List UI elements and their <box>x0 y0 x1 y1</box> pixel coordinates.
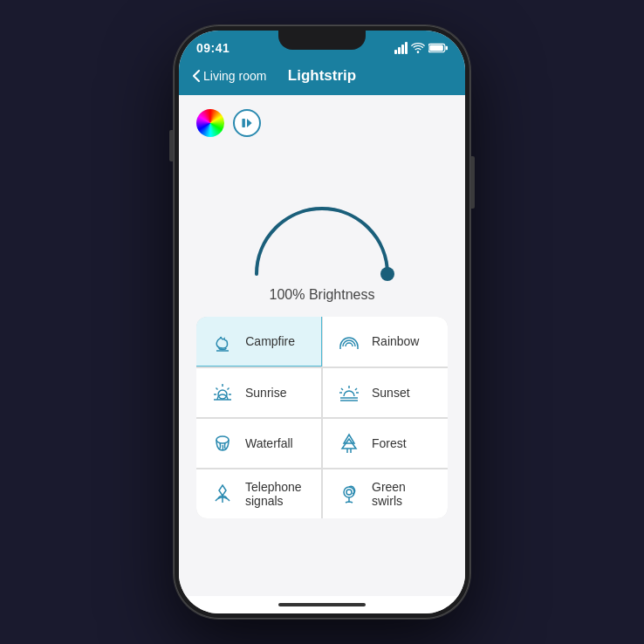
svg-point-5 <box>380 267 394 281</box>
scene-waterfall[interactable]: Waterfall <box>196 419 321 468</box>
top-controls <box>196 109 448 137</box>
signal-bar-4 <box>405 42 408 54</box>
scene-rainbow-label: Rainbow <box>372 334 419 348</box>
color-picker-button[interactable] <box>196 109 224 137</box>
scene-sunrise[interactable]: Sunrise <box>196 368 321 417</box>
svg-point-15 <box>216 436 229 443</box>
signal-bars-icon <box>394 42 408 54</box>
scene-green-swirls[interactable]: Green swirls <box>323 469 448 518</box>
svg-rect-3 <box>242 119 245 127</box>
scene-sunrise-label: Sunrise <box>245 386 286 400</box>
battery-icon <box>428 43 448 53</box>
signal-bar-1 <box>394 50 397 54</box>
dial-svg <box>239 147 405 287</box>
telephone-signals-icon <box>209 480 236 508</box>
home-bar <box>179 596 465 613</box>
green-swirls-icon <box>335 480 363 508</box>
play-pause-button[interactable] <box>233 109 261 137</box>
sunrise-icon <box>209 379 236 407</box>
brightness-label: 100% Brightness <box>270 287 375 303</box>
scene-grid: Campfire Rainbow <box>196 317 448 518</box>
back-chevron-icon <box>193 70 200 82</box>
home-indicator <box>278 603 366 606</box>
nav-title: Lightstrip <box>288 67 356 85</box>
status-icons <box>394 42 448 54</box>
wifi-icon <box>411 43 425 53</box>
scene-forest-label: Forest <box>372 436 407 450</box>
scene-sunset-label: Sunset <box>372 386 410 400</box>
svg-marker-4 <box>247 119 252 127</box>
svg-point-23 <box>346 490 352 495</box>
nav-bar: Living room Lightstrip <box>179 60 465 95</box>
main-content: 100% Brightness Campfire <box>179 95 465 596</box>
svg-rect-1 <box>446 46 448 51</box>
play-pause-icon <box>241 117 253 129</box>
signal-bar-3 <box>401 45 404 54</box>
status-time: 09:41 <box>196 41 230 55</box>
notch <box>278 31 366 50</box>
back-label: Living room <box>203 69 266 83</box>
campfire-icon <box>209 327 236 355</box>
scene-forest[interactable]: Forest <box>323 419 448 468</box>
waterfall-icon <box>209 429 236 457</box>
phone-frame: 09:41 <box>174 25 470 619</box>
brightness-dial[interactable]: 100% Brightness <box>235 147 409 303</box>
rainbow-icon <box>335 327 363 355</box>
status-bar: 09:41 <box>179 31 465 60</box>
phone-screen: 09:41 <box>179 31 465 613</box>
svg-rect-2 <box>429 45 443 51</box>
scene-rainbow[interactable]: Rainbow <box>323 317 448 367</box>
forest-icon <box>335 429 363 457</box>
svg-marker-20 <box>219 485 226 496</box>
scene-campfire-label: Campfire <box>245 334 295 348</box>
scene-sunset[interactable]: Sunset <box>323 368 448 417</box>
scene-telephone-signals-label: Telephone signals <box>245 480 309 508</box>
svg-point-22 <box>344 487 354 497</box>
scene-telephone-signals[interactable]: Telephone signals <box>196 469 321 518</box>
sunset-icon <box>335 379 363 407</box>
signal-bar-2 <box>398 47 401 54</box>
scene-waterfall-label: Waterfall <box>245 436 293 450</box>
back-button[interactable]: Living room <box>193 69 266 83</box>
scene-campfire[interactable]: Campfire <box>196 317 322 367</box>
scene-green-swirls-label: Green swirls <box>372 480 435 508</box>
